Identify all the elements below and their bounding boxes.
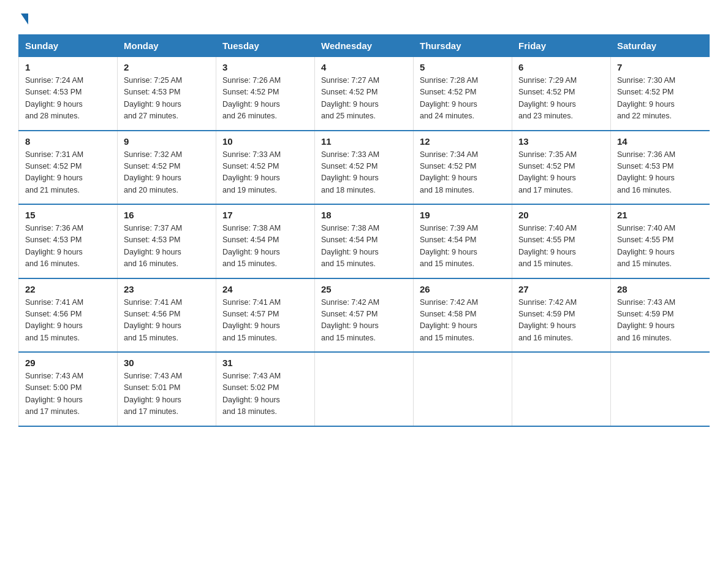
calendar-day-cell: 31 Sunrise: 7:43 AM Sunset: 5:02 PM Dayl… [216, 352, 315, 426]
day-number: 9 [124, 136, 210, 147]
day-number: 5 [420, 62, 506, 72]
calendar-day-cell: 6 Sunrise: 7:29 AM Sunset: 4:52 PM Dayli… [512, 57, 611, 131]
calendar-day-cell: 27 Sunrise: 7:42 AM Sunset: 4:59 PM Dayl… [512, 278, 611, 353]
calendar-week-row: 15 Sunrise: 7:36 AM Sunset: 4:53 PM Dayl… [19, 204, 710, 278]
day-info: Sunrise: 7:26 AM Sunset: 4:52 PM Dayligh… [222, 75, 308, 123]
header-friday: Friday [512, 35, 611, 57]
day-info: Sunrise: 7:43 AM Sunset: 5:00 PM Dayligh… [25, 370, 111, 418]
header-wednesday: Wednesday [315, 35, 414, 57]
calendar-day-cell: 2 Sunrise: 7:25 AM Sunset: 4:53 PM Dayli… [118, 57, 216, 131]
header-saturday: Saturday [611, 35, 710, 57]
day-info: Sunrise: 7:37 AM Sunset: 4:53 PM Dayligh… [124, 223, 210, 270]
calendar-day-cell: 21 Sunrise: 7:40 AM Sunset: 4:55 PM Dayl… [611, 204, 710, 278]
day-info: Sunrise: 7:38 AM Sunset: 4:54 PM Dayligh… [222, 223, 308, 270]
day-number: 7 [617, 62, 703, 72]
day-info: Sunrise: 7:33 AM Sunset: 4:52 PM Dayligh… [321, 149, 407, 197]
calendar-day-cell: 22 Sunrise: 7:41 AM Sunset: 4:56 PM Dayl… [19, 278, 118, 353]
page-header [18, 12, 710, 23]
day-number: 25 [321, 284, 407, 294]
calendar-day-cell: 14 Sunrise: 7:36 AM Sunset: 4:53 PM Dayl… [611, 131, 710, 205]
day-number: 21 [617, 210, 703, 220]
calendar-day-cell: 15 Sunrise: 7:36 AM Sunset: 4:53 PM Dayl… [19, 204, 118, 278]
header-thursday: Thursday [414, 35, 512, 57]
day-number: 14 [617, 136, 703, 147]
day-info: Sunrise: 7:39 AM Sunset: 4:54 PM Dayligh… [420, 223, 506, 270]
day-info: Sunrise: 7:36 AM Sunset: 4:53 PM Dayligh… [25, 223, 111, 270]
day-info: Sunrise: 7:28 AM Sunset: 4:52 PM Dayligh… [420, 75, 506, 123]
day-number: 8 [25, 136, 111, 147]
day-info: Sunrise: 7:38 AM Sunset: 4:54 PM Dayligh… [321, 223, 407, 270]
calendar-day-cell: 26 Sunrise: 7:42 AM Sunset: 4:58 PM Dayl… [414, 278, 512, 353]
calendar-week-row: 1 Sunrise: 7:24 AM Sunset: 4:53 PM Dayli… [19, 57, 710, 131]
calendar-day-cell: 8 Sunrise: 7:31 AM Sunset: 4:52 PM Dayli… [19, 131, 118, 205]
day-info: Sunrise: 7:25 AM Sunset: 4:53 PM Dayligh… [124, 75, 210, 123]
day-info: Sunrise: 7:40 AM Sunset: 4:55 PM Dayligh… [518, 223, 604, 270]
calendar-day-cell: 3 Sunrise: 7:26 AM Sunset: 4:52 PM Dayli… [216, 57, 315, 131]
day-number: 17 [222, 210, 308, 220]
calendar-header-row: SundayMondayTuesdayWednesdayThursdayFrid… [19, 35, 710, 57]
calendar-table: SundayMondayTuesdayWednesdayThursdayFrid… [18, 34, 710, 427]
day-number: 29 [25, 358, 111, 368]
logo [18, 12, 28, 23]
day-number: 23 [124, 284, 210, 294]
day-number: 22 [25, 284, 111, 294]
calendar-day-cell: 5 Sunrise: 7:28 AM Sunset: 4:52 PM Dayli… [414, 57, 512, 131]
day-info: Sunrise: 7:35 AM Sunset: 4:52 PM Dayligh… [518, 149, 604, 197]
header-monday: Monday [118, 35, 216, 57]
day-number: 15 [25, 210, 111, 220]
day-number: 3 [222, 62, 308, 72]
day-info: Sunrise: 7:34 AM Sunset: 4:52 PM Dayligh… [420, 149, 506, 197]
day-info: Sunrise: 7:43 AM Sunset: 5:02 PM Dayligh… [222, 370, 308, 418]
day-info: Sunrise: 7:42 AM Sunset: 4:59 PM Dayligh… [518, 297, 604, 345]
calendar-day-cell: 19 Sunrise: 7:39 AM Sunset: 4:54 PM Dayl… [414, 204, 512, 278]
day-info: Sunrise: 7:31 AM Sunset: 4:52 PM Dayligh… [25, 149, 111, 197]
day-number: 30 [124, 358, 210, 368]
day-number: 24 [222, 284, 308, 294]
day-info: Sunrise: 7:43 AM Sunset: 5:01 PM Dayligh… [124, 370, 210, 418]
calendar-day-cell: 1 Sunrise: 7:24 AM Sunset: 4:53 PM Dayli… [19, 57, 118, 131]
day-number: 1 [25, 62, 111, 72]
calendar-day-cell: 30 Sunrise: 7:43 AM Sunset: 5:01 PM Dayl… [118, 352, 216, 426]
calendar-day-cell: 29 Sunrise: 7:43 AM Sunset: 5:00 PM Dayl… [19, 352, 118, 426]
calendar-day-cell: 7 Sunrise: 7:30 AM Sunset: 4:52 PM Dayli… [611, 57, 710, 131]
calendar-day-cell: 4 Sunrise: 7:27 AM Sunset: 4:52 PM Dayli… [315, 57, 414, 131]
day-info: Sunrise: 7:27 AM Sunset: 4:52 PM Dayligh… [321, 75, 407, 123]
calendar-day-cell: 18 Sunrise: 7:38 AM Sunset: 4:54 PM Dayl… [315, 204, 414, 278]
day-number: 27 [518, 284, 604, 294]
calendar-day-cell: 28 Sunrise: 7:43 AM Sunset: 4:59 PM Dayl… [611, 278, 710, 353]
logo-arrow-icon [21, 13, 28, 25]
day-info: Sunrise: 7:42 AM Sunset: 4:58 PM Dayligh… [420, 297, 506, 345]
day-info: Sunrise: 7:30 AM Sunset: 4:52 PM Dayligh… [617, 75, 703, 123]
day-number: 11 [321, 136, 407, 147]
calendar-week-row: 8 Sunrise: 7:31 AM Sunset: 4:52 PM Dayli… [19, 131, 710, 205]
day-number: 19 [420, 210, 506, 220]
day-number: 16 [124, 210, 210, 220]
day-info: Sunrise: 7:32 AM Sunset: 4:52 PM Dayligh… [124, 149, 210, 197]
calendar-day-cell: 10 Sunrise: 7:33 AM Sunset: 4:52 PM Dayl… [216, 131, 315, 205]
day-number: 13 [518, 136, 604, 147]
calendar-day-cell: 20 Sunrise: 7:40 AM Sunset: 4:55 PM Dayl… [512, 204, 611, 278]
day-number: 4 [321, 62, 407, 72]
calendar-day-cell: 25 Sunrise: 7:42 AM Sunset: 4:57 PM Dayl… [315, 278, 414, 353]
header-sunday: Sunday [19, 35, 118, 57]
calendar-day-cell: 13 Sunrise: 7:35 AM Sunset: 4:52 PM Dayl… [512, 131, 611, 205]
calendar-week-row: 22 Sunrise: 7:41 AM Sunset: 4:56 PM Dayl… [19, 278, 710, 353]
day-info: Sunrise: 7:42 AM Sunset: 4:57 PM Dayligh… [321, 297, 407, 345]
day-info: Sunrise: 7:43 AM Sunset: 4:59 PM Dayligh… [617, 297, 703, 345]
day-number: 28 [617, 284, 703, 294]
calendar-week-row: 29 Sunrise: 7:43 AM Sunset: 5:00 PM Dayl… [19, 352, 710, 426]
day-info: Sunrise: 7:29 AM Sunset: 4:52 PM Dayligh… [518, 75, 604, 123]
calendar-day-cell: 23 Sunrise: 7:41 AM Sunset: 4:56 PM Dayl… [118, 278, 216, 353]
calendar-day-cell: 12 Sunrise: 7:34 AM Sunset: 4:52 PM Dayl… [414, 131, 512, 205]
empty-cell [512, 352, 611, 426]
day-number: 6 [518, 62, 604, 72]
day-info: Sunrise: 7:33 AM Sunset: 4:52 PM Dayligh… [222, 149, 308, 197]
day-number: 31 [222, 358, 308, 368]
calendar-day-cell: 16 Sunrise: 7:37 AM Sunset: 4:53 PM Dayl… [118, 204, 216, 278]
day-info: Sunrise: 7:36 AM Sunset: 4:53 PM Dayligh… [617, 149, 703, 197]
empty-cell [611, 352, 710, 426]
day-number: 20 [518, 210, 604, 220]
empty-cell [414, 352, 512, 426]
day-info: Sunrise: 7:40 AM Sunset: 4:55 PM Dayligh… [617, 223, 703, 270]
day-number: 18 [321, 210, 407, 220]
